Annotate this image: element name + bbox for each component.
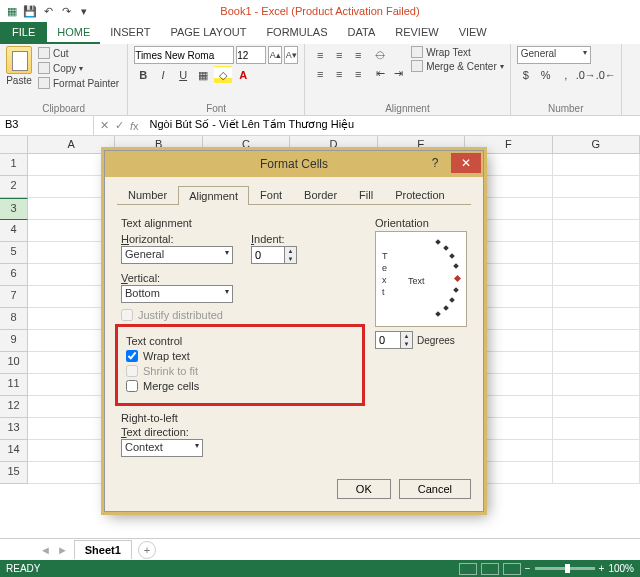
cell[interactable] xyxy=(28,176,115,198)
cancel-button[interactable]: Cancel xyxy=(399,479,471,499)
cell[interactable] xyxy=(553,396,640,418)
row-header[interactable]: 14 xyxy=(0,440,28,462)
cell[interactable] xyxy=(553,418,640,440)
cell[interactable] xyxy=(28,374,115,396)
customize-qat-icon[interactable]: ▾ xyxy=(76,3,92,19)
cell[interactable] xyxy=(553,286,640,308)
ok-button[interactable]: OK xyxy=(337,479,391,499)
row-header[interactable]: 4 xyxy=(0,220,28,242)
view-layout-button[interactable] xyxy=(481,563,499,575)
row-header[interactable]: 13 xyxy=(0,418,28,440)
cell[interactable] xyxy=(553,154,640,176)
view-break-button[interactable] xyxy=(503,563,521,575)
cell[interactable] xyxy=(28,418,115,440)
increase-indent-button[interactable]: ⇥ xyxy=(389,64,407,82)
indent-input[interactable] xyxy=(251,246,285,264)
cell[interactable] xyxy=(553,440,640,462)
dialog-tab-number[interactable]: Number xyxy=(117,185,178,204)
row-header[interactable]: 10 xyxy=(0,352,28,374)
percent-button[interactable]: % xyxy=(537,66,555,84)
cell[interactable] xyxy=(28,286,115,308)
dialog-tab-border[interactable]: Border xyxy=(293,185,348,204)
orientation-button[interactable]: ⦵ xyxy=(371,46,389,64)
cell[interactable] xyxy=(553,264,640,286)
cell[interactable] xyxy=(28,396,115,418)
redo-icon[interactable]: ↷ xyxy=(58,3,74,19)
tab-formulas[interactable]: FORMULAS xyxy=(256,22,337,44)
border-button[interactable]: ▦ xyxy=(194,66,212,84)
number-format-combo[interactable]: General ▾ xyxy=(517,46,591,64)
row-header[interactable]: 8 xyxy=(0,308,28,330)
accounting-format-button[interactable]: $ xyxy=(517,66,535,84)
cell[interactable] xyxy=(553,176,640,198)
decrease-font-button[interactable]: A▾ xyxy=(284,46,298,64)
tab-view[interactable]: VIEW xyxy=(449,22,497,44)
cell[interactable] xyxy=(553,330,640,352)
decrease-decimal-button[interactable]: .0← xyxy=(597,66,615,84)
copy-button[interactable]: Copy▾ xyxy=(36,61,121,75)
cell[interactable] xyxy=(553,198,640,220)
dialog-tab-protection[interactable]: Protection xyxy=(384,185,456,204)
zoom-out-button[interactable]: − xyxy=(525,563,531,574)
align-middle-button[interactable]: ≡ xyxy=(330,46,348,64)
fill-color-button[interactable]: ◇ xyxy=(214,66,232,84)
col-header[interactable]: A xyxy=(28,136,115,154)
name-box[interactable]: B3 xyxy=(0,116,94,135)
tab-insert[interactable]: INSERT xyxy=(100,22,160,44)
horizontal-combo[interactable]: General▾ xyxy=(121,246,233,264)
row-header[interactable]: 15 xyxy=(0,462,28,484)
row-header[interactable]: 3 xyxy=(0,198,28,220)
vertical-combo[interactable]: Bottom▾ xyxy=(121,285,233,303)
font-color-button[interactable]: A xyxy=(234,66,252,84)
tab-home[interactable]: HOME xyxy=(47,22,100,44)
col-header[interactable]: G xyxy=(553,136,640,154)
row-header[interactable]: 6 xyxy=(0,264,28,286)
row-header[interactable]: 5 xyxy=(0,242,28,264)
zoom-slider[interactable] xyxy=(535,567,595,570)
cell[interactable] xyxy=(553,374,640,396)
increase-font-button[interactable]: A▴ xyxy=(268,46,282,64)
sheet-tab[interactable]: Sheet1 xyxy=(74,540,132,559)
cell[interactable] xyxy=(553,220,640,242)
cell[interactable] xyxy=(28,308,115,330)
underline-button[interactable]: U xyxy=(174,66,192,84)
align-top-button[interactable]: ≡ xyxy=(311,46,329,64)
align-right-button[interactable]: ≡ xyxy=(349,65,367,83)
merge-center-button[interactable]: Merge & Center▾ xyxy=(411,60,504,72)
align-bottom-button[interactable]: ≡ xyxy=(349,46,367,64)
dialog-titlebar[interactable]: Format Cells ? ✕ xyxy=(105,151,483,177)
align-left-button[interactable]: ≡ xyxy=(311,65,329,83)
enter-formula-icon[interactable]: ✓ xyxy=(115,119,124,132)
orientation-control[interactable]: Text Text xyxy=(375,231,467,327)
row-header[interactable]: 7 xyxy=(0,286,28,308)
view-normal-button[interactable] xyxy=(459,563,477,575)
wrap-text-button[interactable]: Wrap Text xyxy=(411,46,504,58)
format-painter-button[interactable]: Format Painter xyxy=(36,76,121,90)
cell[interactable] xyxy=(28,264,115,286)
text-direction-combo[interactable]: Context▾ xyxy=(121,439,203,457)
merge-cells-checkbox[interactable]: Merge cells xyxy=(126,380,354,392)
sheet-nav-next-icon[interactable]: ► xyxy=(57,544,68,556)
tab-page-layout[interactable]: PAGE LAYOUT xyxy=(160,22,256,44)
degrees-input[interactable] xyxy=(375,331,401,349)
comma-button[interactable]: , xyxy=(557,66,575,84)
dialog-tab-font[interactable]: Font xyxy=(249,185,293,204)
cut-button[interactable]: Cut xyxy=(36,46,121,60)
zoom-in-button[interactable]: + xyxy=(599,563,605,574)
tab-review[interactable]: REVIEW xyxy=(385,22,448,44)
cell[interactable] xyxy=(28,462,115,484)
dialog-tab-fill[interactable]: Fill xyxy=(348,185,384,204)
indent-spinner[interactable]: ▲▼ xyxy=(285,246,297,264)
decrease-indent-button[interactable]: ⇤ xyxy=(371,64,389,82)
cell[interactable] xyxy=(553,352,640,374)
fx-icon[interactable]: fx xyxy=(130,120,139,132)
cell[interactable] xyxy=(553,242,640,264)
degrees-spinner[interactable]: ▲▼ xyxy=(401,331,413,349)
cell[interactable] xyxy=(553,308,640,330)
cell[interactable] xyxy=(28,198,115,220)
row-header[interactable]: 11 xyxy=(0,374,28,396)
tab-data[interactable]: DATA xyxy=(338,22,386,44)
dialog-tab-alignment[interactable]: Alignment xyxy=(178,186,249,205)
cell[interactable] xyxy=(28,154,115,176)
cell[interactable] xyxy=(28,220,115,242)
